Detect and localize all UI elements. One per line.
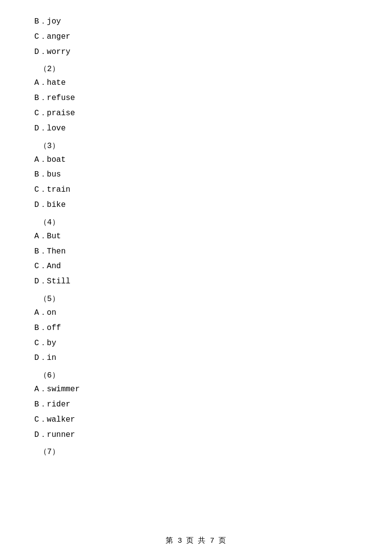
item-3-1: B．Then bbox=[34, 245, 358, 259]
item-label-2-3: D．bike bbox=[34, 201, 66, 209]
item-1-1: B．refuse bbox=[34, 91, 358, 105]
item-4-0: A．on bbox=[34, 306, 358, 320]
item-label-3-3: D．Still bbox=[34, 277, 71, 286]
item-label-1-3: D．love bbox=[34, 124, 66, 133]
item-label-4-2: C．by bbox=[34, 339, 56, 348]
item-label-3-1: B．Then bbox=[34, 247, 66, 256]
item-3-3: D．Still bbox=[34, 275, 358, 289]
item-0-1: C．anger bbox=[34, 30, 358, 44]
item-5-1: B．rider bbox=[34, 398, 358, 412]
item-4-2: C．by bbox=[34, 336, 358, 351]
item-label-1-1: B．refuse bbox=[34, 94, 75, 102]
item-1-2: C．praise bbox=[34, 106, 358, 121]
item-label-1-0: A．hate bbox=[34, 78, 66, 87]
item-label-4-3: D．in bbox=[34, 353, 56, 362]
page-footer: 第 3 页 共 7 页 bbox=[0, 536, 392, 545]
item-label-2-1: B．bus bbox=[34, 170, 61, 179]
group-number-5: （6） bbox=[39, 370, 358, 380]
group-number-1: （2） bbox=[39, 64, 358, 74]
item-label-0-0: B．joy bbox=[34, 17, 61, 26]
item-0-2: D．worry bbox=[34, 45, 358, 59]
item-label-4-1: B．off bbox=[34, 324, 61, 332]
item-2-3: D．bike bbox=[34, 198, 358, 212]
main-content: B．joyC．angerD．worry（2）A．hateB．refuseC．pr… bbox=[0, 0, 392, 488]
item-4-3: D．in bbox=[34, 351, 358, 365]
item-3-2: C．And bbox=[34, 259, 358, 274]
item-label-5-3: D．runner bbox=[34, 430, 75, 439]
item-0-0: B．joy bbox=[34, 15, 358, 29]
item-3-0: A．But bbox=[34, 229, 358, 244]
item-2-1: B．bus bbox=[34, 168, 358, 182]
item-4-1: B．off bbox=[34, 321, 358, 335]
item-label-0-1: C．anger bbox=[34, 32, 71, 41]
item-label-0-2: D．worry bbox=[34, 48, 71, 56]
item-label-2-2: C．train bbox=[34, 185, 71, 194]
group-number-2: （3） bbox=[39, 141, 358, 151]
item-label-5-2: C．walker bbox=[34, 415, 75, 424]
item-label-1-2: C．praise bbox=[34, 109, 75, 118]
item-label-4-0: A．on bbox=[34, 308, 56, 317]
item-label-3-2: C．And bbox=[34, 262, 61, 271]
group-number-4: （5） bbox=[39, 294, 358, 304]
item-1-0: A．hate bbox=[34, 76, 358, 90]
item-label-3-0: A．But bbox=[34, 232, 61, 241]
item-label-5-0: A．swimmer bbox=[34, 385, 80, 394]
item-1-3: D．love bbox=[34, 122, 358, 136]
item-5-3: D．runner bbox=[34, 428, 358, 442]
footer-text: 第 3 页 共 7 页 bbox=[166, 537, 226, 545]
item-2-0: A．boat bbox=[34, 153, 358, 167]
group-number-6: （7） bbox=[39, 447, 358, 457]
group-number-3: （4） bbox=[39, 217, 358, 227]
item-label-2-0: A．boat bbox=[34, 155, 66, 164]
item-label-5-1: B．rider bbox=[34, 400, 71, 409]
item-5-0: A．swimmer bbox=[34, 382, 358, 397]
item-2-2: C．train bbox=[34, 183, 358, 197]
item-5-2: C．walker bbox=[34, 413, 358, 427]
